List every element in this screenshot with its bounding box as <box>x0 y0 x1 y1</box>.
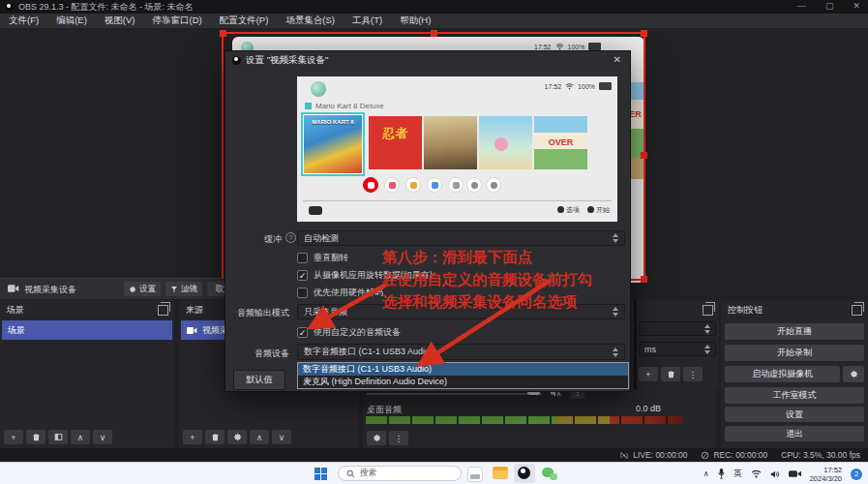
popout-icon[interactable] <box>158 305 168 316</box>
start-virtual-camera-button[interactable]: 启动虚拟摄像机 <box>725 366 840 382</box>
popout-icon[interactable] <box>852 305 862 316</box>
studio-mode-button[interactable]: 工作室模式 <box>725 387 864 404</box>
popout-icon[interactable] <box>703 305 713 316</box>
buffer-select[interactable]: 自动检测 <box>297 230 625 246</box>
status-bar: LIVE: 00:00:00 REC: 00:00:00 CPU: 3.5%, … <box>0 448 868 462</box>
record-icon <box>701 451 709 460</box>
controls-panel: 控制按钮 开始直播 开始录制 启动虚拟摄像机 工作室模式 设置 退出 <box>721 300 868 448</box>
menu-profile[interactable]: 配置文件(P) <box>211 15 278 27</box>
resize-handle[interactable] <box>431 30 437 37</box>
volume-slider-track[interactable] <box>367 393 542 395</box>
minimize-button[interactable]: — <box>797 1 806 11</box>
photos-app-icon[interactable] <box>467 467 483 482</box>
scene-filters-button[interactable] <box>48 430 68 444</box>
camera-icon <box>187 326 197 335</box>
resize-handle[interactable] <box>220 30 226 37</box>
switch-avatar <box>311 81 326 97</box>
search-icon <box>346 469 355 478</box>
menu-tools[interactable]: 工具(T) <box>344 15 391 27</box>
virtual-camera-config-button[interactable] <box>843 366 864 382</box>
menu-scene-collection[interactable]: 场景集合(S) <box>277 15 344 27</box>
ime-indicator[interactable]: 英 <box>733 468 742 480</box>
notification-badge[interactable]: 2 <box>851 469 862 480</box>
exit-button[interactable]: 退出 <box>725 426 864 441</box>
camera-indicator-icon[interactable] <box>789 469 801 478</box>
add-scene-button[interactable]: + <box>4 430 23 444</box>
rec-time: REC: 00:00:00 <box>713 450 767 460</box>
checkbox-checked[interactable]: ✓ <box>297 270 308 281</box>
game-tile <box>424 116 477 169</box>
remove-source-button[interactable] <box>205 430 224 444</box>
speaker-icon[interactable] <box>770 469 780 479</box>
custom-audio-checkbox[interactable]: ✓ 使用自定义的音频设备 <box>297 326 401 339</box>
checkbox-unchecked[interactable] <box>297 253 308 263</box>
defaults-button[interactable]: 默认值 <box>233 370 285 390</box>
remove-scene-button[interactable] <box>26 430 45 444</box>
audio-device-label: 音频设备 <box>225 348 289 360</box>
taskbar-clock[interactable]: 17:52 2024/3/20 <box>810 466 842 483</box>
move-scene-up-button[interactable]: ∧ <box>71 430 90 444</box>
move-source-down-button[interactable]: ∨ <box>272 430 291 444</box>
start-recording-button[interactable]: 开始录制 <box>725 345 864 361</box>
checkbox-checked[interactable]: ✓ <box>297 327 308 338</box>
wechat-icon[interactable] <box>542 467 557 482</box>
properties-dialog: 设置 "视频采集设备" ✕ 17:52 100% Mario Kart 8 De… <box>224 50 631 392</box>
close-button[interactable]: ✕ <box>853 1 860 11</box>
menu-help[interactable]: 帮助(H) <box>391 15 439 27</box>
start-button[interactable] <box>314 468 327 480</box>
context-source-name: 视频采集设备 <box>24 284 76 296</box>
dialog-title: 设置 "视频采集设备" <box>246 54 328 67</box>
tray-expand-chevron[interactable]: ∧ <box>703 469 709 478</box>
add-source-button[interactable]: + <box>183 430 202 444</box>
context-deselect-button[interactable]: 取消 <box>207 282 224 296</box>
maximize-button[interactable]: ▢ <box>825 1 834 11</box>
microphone-icon[interactable] <box>718 469 725 479</box>
flip-checkbox[interactable]: 垂直翻转 <box>297 252 348 264</box>
eshop-icon <box>405 177 421 193</box>
audio-level-meter <box>366 416 682 424</box>
dialog-titlebar[interactable]: 设置 "视频采集设备" ✕ <box>225 51 630 69</box>
album-icon <box>427 177 442 193</box>
hw-decode-checkbox[interactable]: 优先使用硬件解码 <box>297 287 383 299</box>
transition-menu-button[interactable]: ⋮ <box>683 367 703 381</box>
dialog-close-button[interactable]: ✕ <box>614 54 621 65</box>
switch-game-tiles: MARIO KART 8 忍者 OVER <box>301 112 611 178</box>
obs-taskbar-icon[interactable] <box>514 464 535 483</box>
menu-docks[interactable]: 停靠窗口(D) <box>143 15 210 27</box>
mixer-config-button[interactable] <box>367 431 386 445</box>
mixer-menu-button[interactable]: ⋮ <box>389 431 408 445</box>
remove-transition-button[interactable] <box>661 367 680 381</box>
search-input[interactable]: 搜索 <box>338 466 462 481</box>
dropdown-option-mic[interactable]: 麦克风 (High Definition Audio Device) <box>298 376 628 388</box>
dropdown-option-usb3[interactable]: 数字音频接口 (C1-1 USB3 Audio) <box>298 363 628 376</box>
source-context-toolbar: 视频采集设备 设置 滤镜 取消 <box>0 278 224 299</box>
move-source-up-button[interactable]: ∧ <box>250 430 269 444</box>
menu-view[interactable]: 视图(V) <box>96 15 144 27</box>
mixer-source-name: 桌面音频 <box>367 404 402 416</box>
start-streaming-button[interactable]: 开始直播 <box>725 323 864 340</box>
scene-list-item[interactable]: 场景 <box>2 320 172 340</box>
wifi-icon[interactable] <box>751 469 762 478</box>
context-settings-button[interactable]: 设置 <box>124 282 161 296</box>
gear-icon <box>233 433 242 441</box>
trash-icon <box>32 433 41 441</box>
resize-handle[interactable] <box>641 30 647 37</box>
checkbox-unchecked[interactable] <box>297 287 308 298</box>
settings-button[interactable]: 设置 <box>725 407 864 422</box>
add-transition-button[interactable]: + <box>639 367 658 381</box>
transition-duration-field[interactable]: ms <box>639 342 716 356</box>
game-tile <box>479 116 532 169</box>
transition-select[interactable] <box>639 321 716 336</box>
move-scene-down-button[interactable]: ∨ <box>93 430 112 444</box>
obs-logo-icon <box>232 56 241 65</box>
window-title: OBS 29.1.3 - 配置文件: 未命名 - 场景: 未命名 <box>18 1 194 14</box>
context-filters-button[interactable]: 滤镜 <box>165 282 202 296</box>
audio-mode-label: 音频输出模式 <box>225 307 289 319</box>
switch-footer: 选项 开始 <box>303 200 612 221</box>
menu-file[interactable]: 文件(F) <box>0 15 47 27</box>
source-properties-button[interactable] <box>227 430 247 444</box>
file-explorer-icon[interactable] <box>493 467 508 482</box>
sources-panel-title: 来源 <box>186 304 203 317</box>
audio-device-select[interactable]: 数字音频接口 (C1-1 USB3 Audio) <box>297 344 625 360</box>
menu-edit[interactable]: 编辑(E) <box>47 15 96 27</box>
